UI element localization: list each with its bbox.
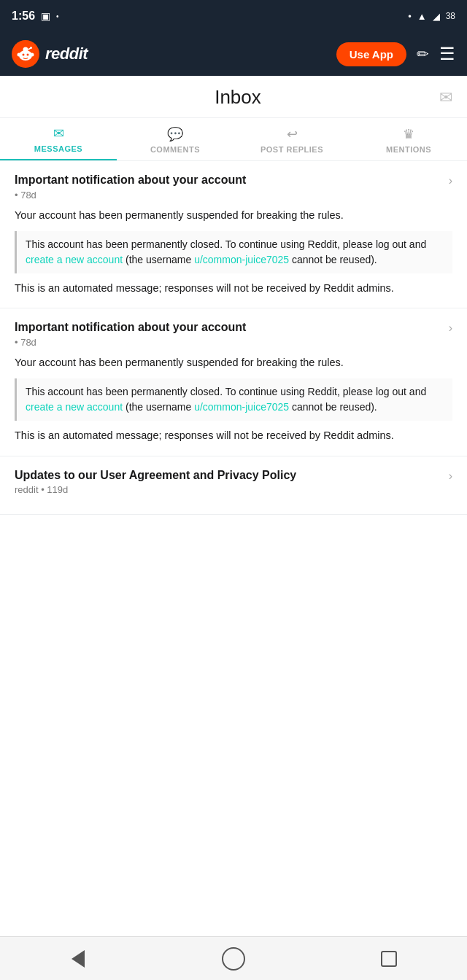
- create-account-link[interactable]: create a new account: [26, 401, 123, 413]
- nav-right: Use App ✏ ☰: [336, 42, 455, 66]
- post-replies-tab-icon: ↩: [287, 126, 298, 142]
- tab-post-replies[interactable]: ↩ POST REPLIES: [234, 119, 350, 160]
- tabs: ✉ MESSAGES 💬 COMMENTS ↩ POST REPLIES ♛ M…: [0, 118, 467, 161]
- message-quote: This account has been permanently closed…: [15, 231, 452, 273]
- messages-list: Important notification about your accoun…: [0, 161, 467, 515]
- message-item[interactable]: Updates to our User Agreement and Privac…: [0, 456, 467, 516]
- message-sender: reddit: [15, 484, 39, 495]
- battery-level: 38: [446, 11, 455, 21]
- svg-point-6: [18, 53, 21, 57]
- back-button[interactable]: [63, 944, 93, 973]
- message-arrow-icon: ›: [449, 322, 452, 335]
- signal-icon: ◢: [433, 11, 440, 22]
- inbox-header: Inbox ✉: [0, 76, 467, 118]
- create-account-link[interactable]: create a new account: [26, 254, 123, 265]
- notification-icon: ▣: [41, 10, 50, 22]
- svg-point-5: [30, 47, 32, 49]
- status-icons: • ▲ ◢ 38: [408, 11, 455, 22]
- messages-tab-icon: ✉: [53, 125, 64, 141]
- tab-comments[interactable]: 💬 COMMENTS: [117, 119, 234, 160]
- edit-icon[interactable]: ✏: [417, 45, 429, 63]
- username-link[interactable]: u/common-juice7025: [194, 401, 289, 413]
- menu-icon[interactable]: ☰: [439, 44, 455, 64]
- message-arrow-icon: ›: [449, 470, 452, 483]
- message-meta: • 78d: [15, 337, 452, 348]
- message-meta: reddit • 119d: [15, 484, 452, 495]
- message-title: Important notification about your accoun…: [15, 173, 449, 188]
- use-app-button[interactable]: Use App: [336, 42, 406, 66]
- message-footer: This is an automated message; responses …: [15, 428, 452, 444]
- message-footer: This is an automated message; responses …: [15, 281, 452, 297]
- svg-point-3: [23, 47, 28, 52]
- status-bar: 1:56 ▣ • • ▲ ◢ 38: [0, 0, 467, 32]
- quote-text: This account has been permanently closed…: [26, 237, 444, 268]
- svg-point-2: [27, 54, 29, 56]
- quote-text: This account has been permanently closed…: [26, 384, 444, 415]
- inbox-title: Inbox: [36, 86, 439, 109]
- back-icon: [72, 950, 85, 968]
- username-link[interactable]: u/common-juice7025: [194, 254, 289, 265]
- message-item[interactable]: Important notification about your accoun…: [0, 308, 467, 456]
- message-body: Your account has been permanently suspen…: [15, 355, 452, 371]
- dot-signal: •: [408, 11, 412, 22]
- message-quote: This account has been permanently closed…: [15, 378, 452, 421]
- message-item[interactable]: Important notification about your accoun…: [0, 161, 467, 308]
- tab-messages[interactable]: ✉ MESSAGES: [0, 118, 117, 160]
- message-title: Important notification about your accoun…: [15, 320, 449, 335]
- recents-button[interactable]: [374, 944, 404, 973]
- reddit-logo-text: reddit: [45, 44, 88, 63]
- comments-tab-icon: 💬: [167, 126, 183, 142]
- inbox-mail-icon[interactable]: ✉: [439, 88, 452, 107]
- svg-point-7: [31, 53, 34, 57]
- message-meta: • 78d: [15, 190, 452, 201]
- top-nav: reddit Use App ✏ ☰: [0, 32, 467, 76]
- message-body: Your account has been permanently suspen…: [15, 208, 452, 224]
- tab-messages-label: MESSAGES: [34, 144, 82, 153]
- tab-mentions-label: MENTIONS: [386, 145, 431, 154]
- status-time: 1:56: [12, 9, 35, 23]
- home-icon: [222, 947, 245, 971]
- svg-point-1: [23, 54, 25, 56]
- tab-post-replies-label: POST REPLIES: [260, 145, 323, 154]
- reddit-logo-icon: [12, 40, 39, 68]
- recents-icon: [381, 951, 397, 967]
- tab-comments-label: COMMENTS: [150, 145, 200, 154]
- home-button[interactable]: [219, 944, 248, 973]
- wifi-icon: ▲: [417, 11, 427, 22]
- reddit-logo[interactable]: reddit: [12, 40, 88, 68]
- mentions-tab-icon: ♛: [403, 126, 414, 142]
- tab-mentions[interactable]: ♛ MENTIONS: [350, 119, 467, 160]
- bottom-nav: [0, 936, 467, 980]
- dot-indicator: •: [56, 12, 59, 20]
- message-title: Updates to our User Agreement and Privac…: [15, 468, 449, 483]
- message-arrow-icon: ›: [449, 174, 452, 187]
